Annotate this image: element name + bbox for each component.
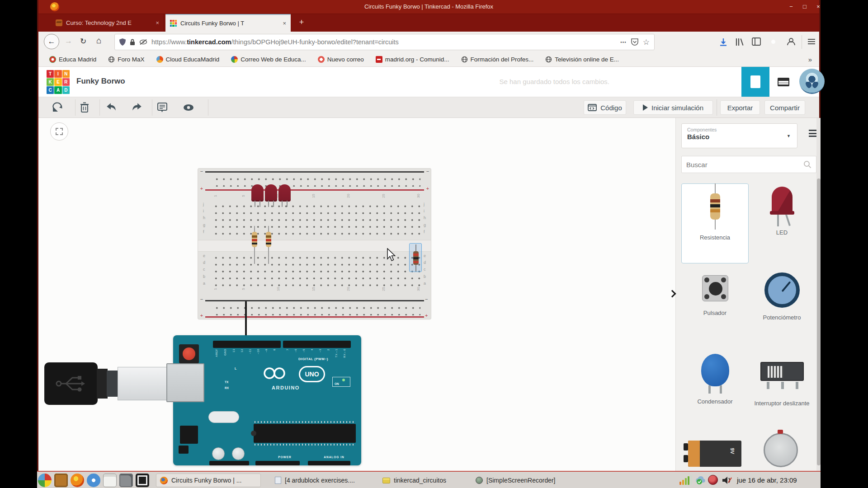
- reset-button[interactable]: [183, 347, 195, 360]
- close-button[interactable]: ×: [813, 2, 824, 11]
- usb-plug[interactable]: [44, 362, 98, 405]
- component-potenciometro[interactable]: Potenciómetro: [748, 272, 816, 321]
- on-led: [342, 379, 345, 381]
- text-editor-icon[interactable]: [54, 474, 68, 487]
- code-button[interactable]: Código: [584, 100, 626, 115]
- avatar[interactable]: [799, 69, 825, 94]
- taskbar-window-recorder[interactable]: [SimpleScreenRecorder]: [472, 474, 562, 487]
- tab-close-icon[interactable]: ×: [156, 19, 159, 26]
- component-list-button[interactable]: [769, 67, 797, 97]
- shield-icon[interactable]: [119, 38, 126, 46]
- rail-negative-line: [205, 300, 424, 301]
- components-category-dropdown[interactable]: Componentes Básico ▼: [681, 123, 797, 148]
- recorder-app-icon[interactable]: [136, 474, 149, 487]
- notes-icon[interactable]: [157, 102, 168, 113]
- sidebar-icon[interactable]: [752, 38, 761, 46]
- tinkercad-logo[interactable]: T I N K E R C A D: [47, 70, 70, 94]
- led-component[interactable]: [265, 184, 277, 202]
- component-resistencia[interactable]: Resistencia: [681, 193, 749, 241]
- visibility-icon[interactable]: [182, 102, 195, 113]
- bookmark-icon: [156, 56, 163, 63]
- zoom-to-fit-button[interactable]: [50, 122, 68, 141]
- url-bar[interactable]: https://www.tinkercad.com/things/bOPGHoj…: [114, 34, 655, 50]
- library-icon[interactable]: [735, 38, 745, 47]
- screen: Circuits Funky Borwo | Tinkercad - Mozil…: [0, 0, 868, 488]
- panel-scrollbar[interactable]: [816, 118, 821, 471]
- url-text[interactable]: https://www.tinkercad.com/things/bOPGHoj…: [151, 38, 616, 46]
- new-tab-button[interactable]: +: [296, 18, 307, 27]
- taskbar-window-folder[interactable]: tinkercad_circuitos: [379, 474, 460, 487]
- resistor-component[interactable]: [252, 232, 257, 247]
- circuit-view-button[interactable]: [741, 67, 769, 97]
- network-signal-icon[interactable]: [679, 475, 692, 485]
- taskbar-window-ardublock[interactable]: [4 ardublock exercises....: [271, 474, 376, 487]
- firefox-window: Circuits Funky Borwo | Tinkercad - Mozil…: [37, 0, 821, 471]
- forward-button[interactable]: →: [65, 37, 72, 46]
- divider: [99, 99, 100, 116]
- bookmark-formacion[interactable]: Formación del Profes...: [461, 56, 534, 63]
- notes-app-icon[interactable]: [103, 474, 117, 487]
- component-led[interactable]: LED: [748, 187, 816, 236]
- volume-icon[interactable]: [722, 475, 732, 485]
- search-input[interactable]: [686, 161, 803, 169]
- pocket-icon[interactable]: [631, 38, 639, 46]
- workspace-switcher-icon[interactable]: [38, 474, 52, 487]
- account-icon[interactable]: [787, 37, 796, 46]
- start-simulation-button[interactable]: Iniciar simulación: [633, 100, 713, 115]
- bookmark-educa-madrid[interactable]: Educa Madrid: [49, 56, 96, 63]
- cloud-sync-icon[interactable]: [695, 476, 707, 485]
- page-actions-icon[interactable]: •••: [620, 40, 627, 45]
- back-button[interactable]: ←: [44, 34, 59, 49]
- black-wire[interactable]: [245, 301, 247, 338]
- tab-curso[interactable]: Curso: Technology 2nd E ×: [51, 14, 164, 32]
- clock[interactable]: jue 16 de abr, 23:09: [737, 476, 797, 484]
- search-box[interactable]: [681, 156, 816, 173]
- bookmark-madrid-org[interactable]: madrid.org - Comunid...: [376, 56, 449, 63]
- taskbar-window-circuits[interactable]: Circuits Funky Borwo | ...: [156, 474, 261, 487]
- component-coin-battery[interactable]: [764, 433, 798, 467]
- eye-slash-icon[interactable]: [139, 39, 147, 45]
- category-label: Componentes: [687, 127, 792, 132]
- component-battery-9v[interactable]: 9V: [688, 441, 741, 467]
- recording-indicator-icon[interactable]: [708, 475, 718, 485]
- bookmark-correo-web[interactable]: Correo Web de Educa...: [231, 56, 306, 63]
- rotate-icon[interactable]: [51, 102, 63, 113]
- selected-resistor-component[interactable]: [409, 243, 422, 272]
- reload-button[interactable]: ↻: [80, 37, 86, 46]
- bookmark-foro-max[interactable]: Foro MaX: [108, 56, 144, 63]
- resistor-component[interactable]: [266, 232, 271, 247]
- bookmark-cloud-educamadrid[interactable]: Cloud EducaMadrid: [156, 56, 220, 63]
- lock-icon[interactable]: [130, 39, 135, 46]
- titlebar[interactable]: Circuits Funky Borwo | Tinkercad - Mozil…: [38, 0, 819, 14]
- scrollbar-thumb[interactable]: [817, 178, 821, 465]
- bookmark-nuevo-correo[interactable]: Nuevo correo: [318, 56, 364, 63]
- circuit-canvas[interactable]: − + − + 1 5 10 15 20 25 30 j i h g f j i…: [38, 118, 675, 471]
- led-component[interactable]: [278, 184, 291, 202]
- minimize-button[interactable]: −: [786, 2, 797, 11]
- share-button[interactable]: Compartir: [764, 100, 805, 115]
- component-interruptor[interactable]: Interruptor deslizante: [748, 362, 816, 407]
- menu-icon[interactable]: [808, 39, 815, 44]
- delete-icon[interactable]: [80, 102, 89, 113]
- firefox-launcher-icon[interactable]: [71, 474, 84, 487]
- column-number: 1: [213, 192, 217, 200]
- breadboard[interactable]: − + − + 1 5 10 15 20 25 30 j i h g f j i…: [198, 169, 431, 319]
- export-button[interactable]: Exportar: [720, 100, 760, 115]
- led-component[interactable]: [251, 184, 264, 202]
- tab-close-icon[interactable]: ×: [283, 20, 286, 27]
- screenshot-tool-icon[interactable]: [119, 474, 133, 487]
- downloads-icon[interactable]: [719, 38, 728, 47]
- component-pulsador[interactable]: Pulsador: [681, 275, 749, 316]
- project-title[interactable]: Funky Borwo: [76, 77, 125, 86]
- bookmark-star-icon[interactable]: ☆: [643, 38, 650, 47]
- home-button[interactable]: ⌂: [96, 36, 101, 46]
- component-condensador[interactable]: Condensador: [681, 354, 749, 405]
- tab-circuits[interactable]: Circuits Funky Borwo | T ×: [165, 14, 291, 32]
- maximize-button[interactable]: □: [799, 2, 810, 11]
- bookmark-television[interactable]: Televisión online de E...: [545, 56, 619, 63]
- chromium-launcher-icon[interactable]: [87, 474, 100, 487]
- redo-icon[interactable]: [131, 102, 143, 113]
- tinkercad-header: T I N K E R C A D Funky Borwo Se han gua…: [38, 67, 819, 97]
- undo-icon[interactable]: [105, 102, 117, 113]
- bookmarks-overflow-icon[interactable]: »: [808, 56, 812, 63]
